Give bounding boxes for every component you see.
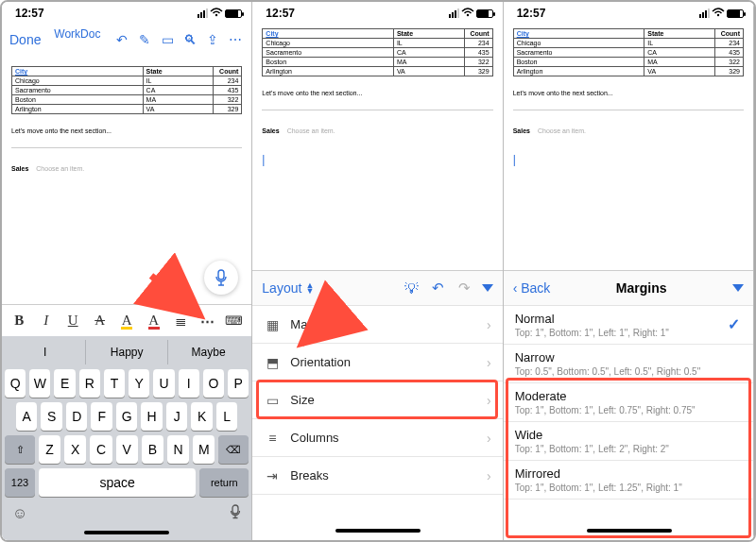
ios-keyboard: I Happy Maybe QWERTYUIOP ASDFGHJKL ⇧ ZXC… [2, 336, 251, 540]
search-icon[interactable]: 🔍︎ [181, 32, 198, 47]
key-q[interactable]: Q [5, 369, 26, 398]
collapse-icon[interactable] [482, 284, 493, 292]
done-button[interactable]: Done [9, 32, 41, 47]
key-w[interactable]: W [29, 369, 50, 398]
key-a[interactable]: A [16, 402, 37, 431]
doc-table[interactable]: CityStateCount ChicagoIL234 SacramentoCA… [262, 28, 492, 76]
key-b[interactable]: B [142, 435, 163, 464]
margin-option-mirrored[interactable]: MirroredTop: 1", Bottom: 1", Left: 1.25"… [504, 461, 753, 500]
layout-dropdown[interactable]: Layout▲▼ [262, 280, 314, 296]
backspace-key[interactable]: ⌫ [218, 435, 249, 464]
share-icon[interactable]: ⇪ [204, 32, 221, 47]
key-j[interactable]: J [166, 402, 187, 431]
sales-field[interactable]: SalesChoose an item. [11, 165, 242, 172]
key-i[interactable]: I [179, 369, 199, 398]
key-e[interactable]: E [54, 369, 75, 398]
key-g[interactable]: G [116, 402, 137, 431]
key-l[interactable]: L [216, 402, 237, 431]
key-o[interactable]: O [203, 369, 224, 398]
key-s[interactable]: S [41, 402, 61, 431]
emoji-key[interactable]: ☺ [12, 505, 27, 522]
doc-title[interactable]: WorkDoc [46, 27, 108, 41]
space-key[interactable]: space [39, 468, 196, 497]
key-k[interactable]: K [191, 402, 212, 431]
key-z[interactable]: Z [39, 435, 60, 464]
return-key[interactable]: return [199, 468, 249, 497]
bold-button[interactable]: B [9, 313, 28, 329]
document-area[interactable]: CityStateCount ChicagoIL234 SacramentoCA… [2, 59, 251, 304]
margin-option-narrow[interactable]: NarrowTop: 0.5", Bottom: 0.5", Left: 0.5… [504, 345, 753, 383]
undo-icon[interactable]: ↶ [429, 279, 448, 296]
margin-name: Moderate [515, 389, 742, 403]
highlight-button[interactable]: A [117, 313, 136, 329]
svg-rect-2 [232, 505, 238, 514]
menu-size[interactable]: ▭Size› [252, 381, 502, 419]
suggestion[interactable]: Happy [86, 340, 167, 364]
bullets-button[interactable]: ≣ [171, 313, 190, 330]
document-area[interactable]: CityStateCount ChicagoIL234 SacramentoCA… [504, 21, 753, 270]
dictate-key[interactable] [230, 504, 241, 523]
status-bar: 12:57 [504, 2, 753, 21]
status-bar: 12:57 [252, 2, 502, 21]
strike-button[interactable]: A [91, 313, 110, 329]
margin-desc: Top: 1", Bottom: 1", Left: 1", Right: 1" [515, 328, 742, 338]
table-row: ArlingtonVA329 [12, 105, 242, 114]
menu-orientation[interactable]: ⬒Orientation› [252, 344, 502, 381]
suggestion[interactable]: Maybe [168, 340, 249, 364]
undo-icon[interactable]: ↶ [113, 32, 130, 47]
key-n[interactable]: N [167, 435, 189, 464]
key-u[interactable]: U [153, 369, 174, 398]
shift-key[interactable]: ⇧ [5, 435, 35, 464]
margin-desc: Top: 1", Bottom: 1", Left: 1.25", Right:… [515, 483, 742, 493]
doc-table[interactable]: CityStateCount ChicagoIL234 SacramentoCA… [11, 66, 242, 114]
suggestion[interactable]: I [5, 340, 86, 364]
layout-menu: ▦Margins› ⬒Orientation› ▭Size› ≡Columns›… [252, 306, 502, 540]
lightbulb-icon[interactable]: 💡︎ [403, 280, 421, 296]
dictate-button[interactable] [204, 261, 238, 295]
key-f[interactable]: F [91, 402, 112, 431]
menu-margins[interactable]: ▦Margins› [252, 306, 502, 344]
margin-option-normal[interactable]: NormalTop: 1", Bottom: 1", Left: 1", Rig… [504, 306, 753, 345]
mobile-view-icon[interactable]: ▭ [159, 32, 176, 47]
more-format-button[interactable]: ⋯ [198, 313, 217, 330]
redo-icon[interactable]: ↷ [455, 279, 474, 296]
app-toolbar: Done WorkDoc ↶ ✎ ▭ 🔍︎ ⇪ ⋯ [2, 21, 251, 59]
draw-icon[interactable]: ✎ [136, 32, 153, 47]
home-indicator[interactable] [84, 531, 169, 534]
key-r[interactable]: R [79, 369, 100, 398]
key-y[interactable]: Y [129, 369, 149, 398]
suggestion-bar: I Happy Maybe [5, 340, 249, 364]
doc-table[interactable]: CityStateCount ChicagoIL234 SacramentoCA… [513, 28, 744, 76]
back-button[interactable]: ‹ Back [513, 280, 551, 296]
margin-name: Narrow [515, 350, 742, 364]
collapse-icon[interactable] [732, 284, 744, 292]
key-c[interactable]: C [90, 435, 112, 464]
key-x[interactable]: X [64, 435, 86, 464]
italic-button[interactable]: I [37, 313, 56, 329]
keyboard-toggle-icon[interactable]: ⌨︎ [225, 313, 244, 329]
margins-icon: ▦ [264, 317, 281, 332]
numbers-key[interactable]: 123 [5, 468, 35, 497]
table-row: SacramentoCA435 [12, 86, 242, 95]
key-v[interactable]: V [116, 435, 138, 464]
status-bar: 12:57 [2, 2, 251, 21]
key-m[interactable]: M [193, 435, 215, 464]
key-d[interactable]: D [66, 402, 87, 431]
home-indicator[interactable] [587, 529, 672, 533]
more-icon[interactable]: ⋯ [227, 32, 244, 47]
home-indicator[interactable] [335, 529, 421, 533]
key-t[interactable]: T [104, 369, 125, 398]
margin-option-moderate[interactable]: ModerateTop: 1", Bottom: 1", Left: 0.75"… [504, 383, 753, 422]
menu-columns[interactable]: ≡Columns› [252, 419, 502, 457]
document-area[interactable]: CityStateCount ChicagoIL234 SacramentoCA… [252, 21, 502, 270]
screen-margins-panel: 12:57 CityStateCount ChicagoIL234 Sacram… [504, 2, 754, 540]
underline-button[interactable]: U [63, 313, 82, 329]
menu-breaks[interactable]: ⇥Breaks› [252, 457, 502, 495]
key-p[interactable]: P [228, 369, 249, 398]
margin-desc: Top: 0.5", Bottom: 0.5", Left: 0.5", Rig… [515, 366, 742, 377]
key-h[interactable]: H [141, 402, 162, 431]
font-color-button[interactable]: A [145, 313, 163, 329]
status-time: 12:57 [15, 7, 198, 20]
margin-option-wide[interactable]: WideTop: 1", Bottom: 1", Left: 2", Right… [504, 422, 753, 461]
columns-icon: ≡ [264, 431, 281, 446]
